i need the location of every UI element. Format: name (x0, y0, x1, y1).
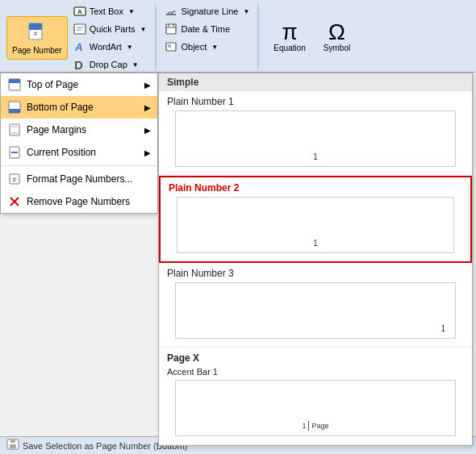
accent-bar-1-sublabel: Accent Bar 1 (167, 367, 464, 377)
submenu-item-plain-number-2[interactable]: Plain Number 2 1 (159, 176, 472, 263)
menu-item-bottom-of-page[interactable]: Bottom of Page ▶ (1, 96, 157, 119)
obj-dropdown-arrow: ▼ (211, 44, 218, 51)
quick-parts-label: Quick Parts (90, 24, 136, 34)
submenu-item-accent-bar-1[interactable]: Page X Accent Bar 1 1 Page (159, 348, 472, 445)
svg-rect-18 (9, 79, 20, 83)
plain-number-3-value: 1 (437, 323, 449, 335)
ribbon: # Page Number A Text Box ▼ Quic (0, 0, 476, 73)
drop-cap-label: Drop Cap (90, 60, 127, 69)
bottom-of-page-icon (7, 100, 22, 115)
submenu-item-plain-number-1[interactable]: Plain Number 1 1 (159, 91, 472, 176)
format-page-numbers-label: Format Page Numbers... (27, 173, 132, 185)
page-margins-icon (7, 123, 22, 137)
submenu-header: Simple (159, 73, 472, 91)
quick-parts-dropdown-arrow: ▼ (140, 26, 147, 33)
plain-number-2-preview: 1 (177, 197, 454, 253)
menu-item-current-position[interactable]: Current Position ▶ (1, 141, 157, 164)
accent-bar-1-preview: 1 Page (175, 380, 456, 436)
save-selection-icon (6, 439, 19, 452)
svg-rect-31 (10, 444, 16, 448)
page-number-group: # Page Number A Text Box ▼ Quic (2, 3, 156, 70)
menu-item-page-margins[interactable]: Page Margins ▶ (1, 119, 157, 141)
submenu-panel: Simple Plain Number 1 1 Plain Number 2 1… (158, 73, 473, 446)
current-position-arrow: ▶ (144, 148, 151, 157)
object-label: Object (181, 42, 207, 52)
date-time-button[interactable]: Date & Time (161, 21, 253, 37)
symbol-icon: Ω (328, 21, 345, 44)
svg-rect-11 (166, 24, 176, 34)
menu-item-top-of-page[interactable]: Top of Page ▶ (1, 73, 157, 96)
plain-number-1-value: 1 (310, 151, 321, 163)
plain-number-1-preview: 1 (175, 110, 456, 167)
wordart-label: WordArt (90, 42, 122, 52)
page-number-label: Page Number (12, 46, 62, 56)
top-of-page-icon (7, 77, 22, 92)
text-box-dropdown-arrow: ▼ (128, 8, 135, 15)
bottom-of-page-label: Bottom of Page (27, 102, 94, 113)
signature-line-icon (165, 5, 177, 18)
page-x-label: Page X (167, 352, 464, 364)
bottom-of-page-arrow: ▶ (144, 103, 151, 112)
svg-rect-32 (10, 439, 15, 443)
text-box-icon: A (73, 5, 86, 18)
symbol-button[interactable]: Ω Symbol (317, 18, 357, 56)
symbol-label: Symbol (324, 44, 350, 52)
wordart-icon: A (73, 40, 86, 53)
remove-page-numbers-label: Remove Page Numbers (27, 196, 130, 207)
equation-button[interactable]: π Equation (267, 18, 311, 56)
object-button[interactable]: Object ▼ (161, 39, 253, 55)
ribbon-buttons: # Page Number A Text Box ▼ Quic (6, 3, 150, 73)
equation-icon: π (282, 21, 297, 44)
object-icon (165, 40, 177, 53)
current-position-label: Current Position (27, 147, 96, 158)
menu-divider (1, 165, 157, 166)
svg-text:D: D (74, 58, 83, 71)
svg-text:#: # (12, 176, 16, 184)
accent-bar-1-text: 1 Page (299, 419, 332, 432)
signature-line-button[interactable]: Signature Line ▼ (161, 3, 253, 19)
wordart-button[interactable]: A WordArt ▼ (69, 39, 151, 55)
drop-cap-dropdown-arrow: ▼ (132, 61, 139, 69)
svg-rect-20 (9, 109, 20, 113)
plain-number-2-label: Plain Number 2 (169, 182, 462, 194)
plain-number-3-preview: 1 (175, 282, 456, 339)
svg-text:A: A (77, 8, 82, 15)
insert-group: Signature Line ▼ Date & Time Object ▼ (157, 3, 258, 70)
text-box-button[interactable]: A Text Box ▼ (69, 3, 151, 19)
dropdown-menu: Top of Page ▶ Bottom of Page ▶ Page Marg… (0, 73, 158, 214)
remove-page-numbers-icon (7, 194, 22, 209)
page-number-icon: # (24, 20, 50, 46)
insert-vertical-buttons: Signature Line ▼ Date & Time Object ▼ (161, 3, 253, 55)
drop-cap-button[interactable]: D Drop Cap ▼ (69, 56, 151, 73)
menu-item-remove-page-numbers[interactable]: Remove Page Numbers (1, 190, 157, 213)
drop-cap-icon: D (73, 58, 86, 71)
svg-text:A: A (74, 41, 82, 53)
svg-rect-16 (168, 44, 171, 48)
quick-parts-button[interactable]: Quick Parts ▼ (69, 21, 151, 37)
current-position-icon (7, 145, 22, 160)
svg-rect-1 (29, 23, 42, 30)
page-number-button[interactable]: # Page Number (6, 16, 68, 60)
submenu-item-plain-number-3[interactable]: Plain Number 3 1 (159, 263, 472, 348)
svg-text:#: # (34, 31, 37, 36)
menu-item-format-page-numbers[interactable]: # Format Page Numbers... (1, 168, 157, 190)
date-time-label: Date & Time (181, 24, 230, 34)
top-of-page-label: Top of Page (27, 79, 78, 90)
text-box-label: Text Box (90, 6, 123, 16)
accent-number: 1 (302, 422, 306, 430)
page-content: Top of Page ▶ Bottom of Page ▶ Page Marg… (0, 73, 476, 436)
wordart-dropdown-arrow: ▼ (127, 44, 133, 51)
plain-number-3-label: Plain Number 3 (167, 268, 464, 279)
symbols-group: π Equation Ω Symbol (259, 3, 365, 70)
date-time-icon (165, 23, 177, 35)
top-of-page-arrow: ▶ (144, 81, 151, 90)
plain-number-2-value: 1 (310, 237, 321, 249)
equation-label: Equation (273, 44, 305, 52)
svg-rect-21 (10, 124, 19, 135)
quick-parts-icon (73, 23, 86, 35)
accent-bar-content: 1 Page (302, 421, 328, 431)
page-margins-label: Page Margins (27, 124, 86, 135)
format-page-numbers-icon: # (7, 172, 22, 186)
accent-page-text: Page (311, 422, 328, 430)
page-margins-arrow: ▶ (144, 126, 151, 135)
